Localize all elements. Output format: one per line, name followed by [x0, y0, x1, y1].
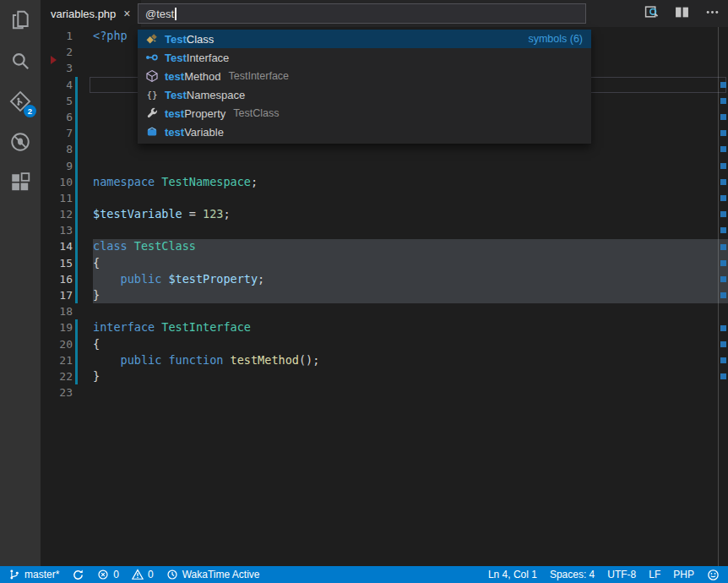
close-icon[interactable]: ×: [123, 8, 130, 19]
symbols-count-badge: symbols (6): [528, 33, 583, 45]
code-line-9[interactable]: 9: [41, 158, 728, 174]
interface-icon: [145, 51, 159, 64]
code-line-14[interactable]: 14class TestClass: [41, 238, 728, 254]
code-line-21[interactable]: 21 public function testMethod();: [41, 352, 728, 368]
code-line-20[interactable]: 20{: [41, 336, 728, 352]
quick-open-input[interactable]: @test: [138, 3, 586, 24]
code-line-17[interactable]: 17}: [41, 287, 728, 303]
overview-modified-mark: [720, 227, 726, 233]
symbol-item-testclass[interactable]: TestClasssymbols (6): [138, 30, 591, 48]
status-php[interactable]: PHP: [673, 569, 694, 580]
class-icon: [145, 32, 159, 46]
modified-line-indicator: [75, 77, 78, 93]
line-number: 23: [41, 384, 73, 400]
activity-item-debug[interactable]: [0, 122, 41, 162]
overview-modified-mark: [720, 163, 726, 169]
symbol-item-testproperty[interactable]: testPropertyTestClass: [138, 104, 591, 123]
tab-variables-php[interactable]: variables.php ×: [41, 0, 141, 27]
code-text: }: [93, 287, 100, 303]
more-actions-icon: [705, 5, 720, 23]
overview-modified-mark: [720, 373, 726, 379]
symbol-container-label: TestInterface: [229, 70, 290, 82]
status-label: UTF-8: [607, 569, 636, 580]
overview-modified-mark: [720, 82, 726, 88]
more-actions-button[interactable]: [701, 3, 723, 24]
status-label: PHP: [673, 569, 694, 580]
overview-modified-mark: [720, 146, 726, 152]
modified-line-indicator: [75, 190, 78, 206]
code-line-15[interactable]: 15{: [41, 255, 728, 271]
status-bar-left: master*00WakaTime Active: [8, 569, 260, 581]
search-icon: [9, 50, 31, 72]
code-line-11[interactable]: 11: [41, 190, 728, 206]
modified-line-indicator: [75, 255, 78, 271]
code-line-10[interactable]: 10namespace TestNamespace;: [41, 174, 728, 190]
symbol-item-testinterface[interactable]: TestInterface: [138, 48, 591, 67]
status-utf-8[interactable]: UTF-8: [607, 569, 636, 580]
activity-item-extensions[interactable]: [0, 162, 41, 203]
split-editor-button[interactable]: [671, 3, 693, 24]
code-text: $testVariable = 123;: [93, 206, 231, 222]
modified-line-indicator: [75, 125, 78, 141]
modified-line-indicator: [75, 141, 78, 157]
debug-icon: [9, 131, 31, 153]
line-number: 19: [41, 319, 73, 335]
modified-line-indicator: [75, 206, 78, 222]
code-line-18[interactable]: 18: [41, 303, 728, 319]
code-text: public function testMethod();: [93, 352, 319, 368]
status-label: 0: [148, 569, 154, 580]
status-label: LF: [649, 569, 660, 580]
split-editor-icon: [675, 5, 689, 23]
status-label: 0: [113, 569, 119, 580]
symbol-item-testvariable[interactable]: testVariable: [138, 123, 591, 141]
code-line-16[interactable]: 16 public $testProperty;: [41, 271, 728, 287]
text-cursor: [175, 8, 177, 20]
open-preview-button[interactable]: [640, 3, 662, 24]
editor-actions: [640, 0, 723, 27]
code-line-13[interactable]: 13: [41, 222, 728, 238]
tab-label: variables.php: [51, 8, 116, 20]
status-wakatime-active[interactable]: WakaTime Active: [166, 569, 260, 580]
status-bar-right: Ln 4, Col 1Spaces: 4UTF-8LFPHP: [488, 569, 720, 581]
modified-line-indicator: [75, 158, 78, 174]
status-spaces-4[interactable]: Spaces: 4: [550, 569, 595, 580]
symbol-item-testmethod[interactable]: testMethodTestInterface: [138, 67, 591, 85]
overview-modified-mark: [720, 114, 726, 120]
status-label: master*: [24, 569, 59, 580]
code-line-19[interactable]: 19interface TestInterface: [41, 319, 728, 335]
deleted-lines-marker: [51, 56, 57, 64]
symbol-label: testProperty: [165, 107, 225, 120]
line-number: 15: [41, 255, 73, 271]
overview-modified-mark: [720, 276, 726, 282]
status-0[interactable]: 0: [132, 569, 154, 580]
overview-ruler[interactable]: [718, 27, 728, 566]
code-line-22[interactable]: 22}: [41, 368, 728, 384]
symbol-item-testnamespace[interactable]: {}TestNamespace: [138, 85, 591, 104]
status-lf[interactable]: LF: [649, 569, 660, 580]
code-line-8[interactable]: 8: [41, 141, 728, 157]
activity-item-explorer[interactable]: [0, 0, 41, 41]
activity-item-source-control[interactable]: 2: [0, 81, 41, 122]
status-0[interactable]: 0: [97, 569, 119, 580]
status-smiley[interactable]: [707, 569, 720, 581]
code-line-23[interactable]: 23: [41, 384, 728, 400]
activity-item-search[interactable]: [0, 41, 41, 81]
status-sync[interactable]: [72, 569, 84, 581]
status-ln-4-col-1[interactable]: Ln 4, Col 1: [488, 569, 537, 580]
code-text: {: [93, 336, 100, 352]
line-number: 13: [41, 222, 73, 238]
code-text: }: [93, 368, 100, 384]
status-master[interactable]: master*: [8, 569, 59, 580]
line-number: 6: [41, 109, 73, 125]
line-number: 14: [41, 238, 73, 254]
status-label: Ln 4, Col 1: [488, 569, 537, 580]
line-number: 2: [41, 44, 73, 60]
symbol-label: TestClass: [165, 33, 214, 46]
overview-modified-mark: [720, 341, 726, 347]
code-line-12[interactable]: 12$testVariable = 123;: [41, 206, 728, 222]
overview-modified-mark: [720, 98, 726, 104]
modified-line-indicator: [75, 238, 78, 254]
method-icon: [145, 69, 159, 83]
code-text: public $testProperty;: [93, 271, 264, 287]
overview-modified-mark: [720, 325, 726, 331]
